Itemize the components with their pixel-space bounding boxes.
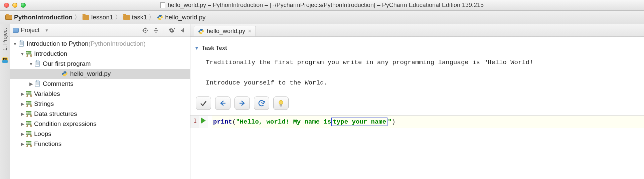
svg-point-15 <box>279 100 283 105</box>
chevron-right-icon: 〉 <box>115 12 122 22</box>
folder-icon <box>83 15 89 20</box>
tree-row[interactable]: ▶LESSONStrings <box>10 99 190 109</box>
code-placeholder[interactable]: type your name <box>331 118 387 126</box>
lesson-icon: LESSON <box>25 51 32 57</box>
tree-twistie[interactable]: ▼ <box>29 61 33 66</box>
run-gutter[interactable] <box>199 116 208 128</box>
project-tree[interactable]: ▼Introduction to Python (PythonIntroduct… <box>10 37 190 151</box>
python-file-icon <box>62 71 68 77</box>
lesson-icon: LESSON <box>25 111 32 117</box>
svg-text:PC: PC <box>3 57 7 61</box>
chevron-right-icon: 〉 <box>74 12 81 22</box>
editor-tabs: hello_world.py × <box>190 24 644 37</box>
tree-label: Variables <box>34 90 60 98</box>
tree-twistie[interactable]: ▶ <box>20 91 25 97</box>
tree-row[interactable]: ▶LESSONCondition expressions <box>10 119 190 129</box>
lesson-icon: LESSON <box>25 131 32 137</box>
tree-label: Strings <box>34 100 54 108</box>
breadcrumb-item[interactable]: hello_world.py <box>155 14 207 21</box>
svg-rect-16 <box>280 105 282 106</box>
breadcrumb-item[interactable]: lesson1 <box>80 14 115 21</box>
task-text-header[interactable]: ▼ Task Text <box>194 45 227 51</box>
hint-button[interactable] <box>273 97 289 110</box>
tree-twistie[interactable]: ▼ <box>20 51 25 56</box>
settings-button[interactable]: ▾ <box>169 27 176 34</box>
breadcrumb-label: hello_world.py <box>165 14 205 21</box>
tree-row[interactable]: ▼Introduction to Python (PythonIntroduct… <box>10 39 190 49</box>
editor-tab-label: hello_world.py <box>207 28 245 35</box>
lesson-icon: LESSON <box>25 141 32 147</box>
python-file-icon <box>157 14 163 20</box>
breadcrumb-label: PythonIntroduction <box>14 14 72 21</box>
project-toolbar: Project ▼ ▾ <box>10 24 190 37</box>
clipboard-icon <box>35 81 40 87</box>
code-line-1[interactable]: print("Hello, world! My name is type you… <box>212 116 644 128</box>
pycharm-logo-icon: PC <box>2 57 8 63</box>
tree-label-suffix: (PythonIntroduction) <box>89 40 146 47</box>
breadcrumb-item[interactable]: PythonIntroduction <box>3 14 74 21</box>
lesson-icon: LESSON <box>25 101 32 107</box>
window-title: hello_world.py – PythonIntroduction – [~… <box>168 2 484 9</box>
hide-panel-button[interactable] <box>179 27 187 34</box>
tree-row[interactable]: ▶LESSONLoops <box>10 129 190 139</box>
svg-point-4 <box>145 30 146 31</box>
breadcrumb-label: task1 <box>132 14 147 21</box>
tree-row[interactable]: ▶LESSONFunctions <box>10 139 190 149</box>
refresh-task-button[interactable] <box>254 97 269 110</box>
left-tool-strip: 1: Project PC <box>0 24 10 179</box>
tree-twistie[interactable]: ▶ <box>29 81 33 86</box>
next-task-button[interactable] <box>234 97 250 110</box>
folder-icon <box>5 15 12 20</box>
folder-icon <box>123 15 130 20</box>
line-number-gutter: 1 <box>190 116 199 128</box>
tree-label: Introduction <box>34 50 67 57</box>
document-icon <box>160 2 165 8</box>
window-titlebar: hello_world.py – PythonIntroduction – [~… <box>0 0 644 11</box>
previous-task-button[interactable] <box>215 97 230 110</box>
tree-label: Introduction to Python <box>27 40 89 47</box>
editor-tab[interactable]: hello_world.py × <box>194 26 256 36</box>
tree-twistie[interactable]: ▶ <box>20 121 25 127</box>
python-file-icon <box>198 28 204 34</box>
tree-row[interactable]: hello_world.py <box>10 69 190 79</box>
clipboard-icon <box>19 41 24 47</box>
tree-label: Loops <box>34 130 51 138</box>
tree-row[interactable]: ▶LESSONVariables <box>10 89 190 99</box>
tree-row[interactable]: ▼Our first program <box>10 59 190 69</box>
task-description: Traditionally the first program you writ… <box>193 54 641 95</box>
tree-twistie[interactable]: ▶ <box>20 101 25 107</box>
lesson-icon: LESSON <box>25 121 32 127</box>
project-view-label: Project <box>21 27 39 34</box>
tree-label: Condition expressions <box>34 120 97 128</box>
tree-row[interactable]: ▶Comments <box>10 79 190 89</box>
run-line-icon <box>201 118 206 124</box>
lesson-icon: LESSON <box>25 91 32 97</box>
breadcrumb-label: lesson1 <box>91 14 113 21</box>
clipboard-icon <box>35 61 40 67</box>
project-tool-label: 1: Project <box>2 28 8 51</box>
tree-row[interactable]: ▶LESSONData structures <box>10 109 190 119</box>
tree-twistie[interactable]: ▶ <box>20 131 25 137</box>
collapse-all-button[interactable] <box>152 27 160 34</box>
close-tab-button[interactable]: × <box>248 28 252 35</box>
check-task-button[interactable] <box>196 97 211 110</box>
tree-label: Comments <box>43 80 73 87</box>
tree-row[interactable]: ▼LESSONIntroduction <box>10 49 190 59</box>
chevron-right-icon: 〉 <box>148 12 156 22</box>
tree-twistie[interactable]: ▼ <box>13 41 17 46</box>
editor-panel: hello_world.py × ▼ Task Text Traditional… <box>190 24 644 179</box>
tree-label: Our first program <box>43 60 91 67</box>
project-view-dropdown-icon[interactable]: ▼ <box>45 28 49 33</box>
code-editor[interactable]: 1 print("Hello, world! My name is type y… <box>190 115 644 128</box>
tree-twistie[interactable]: ▶ <box>20 111 25 117</box>
tree-twistie[interactable]: ▶ <box>20 141 25 147</box>
locate-file-button[interactable] <box>142 27 149 34</box>
chevron-down-icon: ▼ <box>194 45 199 51</box>
project-view-icon <box>13 28 19 33</box>
tree-label: Functions <box>34 140 61 148</box>
project-tool-tab[interactable]: 1: Project <box>2 27 8 52</box>
breadcrumb: PythonIntroduction〉lesson1〉task1〉hello_w… <box>0 11 644 24</box>
tree-label: Data structures <box>34 110 77 118</box>
breadcrumb-item[interactable]: task1 <box>121 14 149 21</box>
project-sidebar: Project ▼ ▾ ▼Introduction to Python (Pyt… <box>10 24 190 179</box>
